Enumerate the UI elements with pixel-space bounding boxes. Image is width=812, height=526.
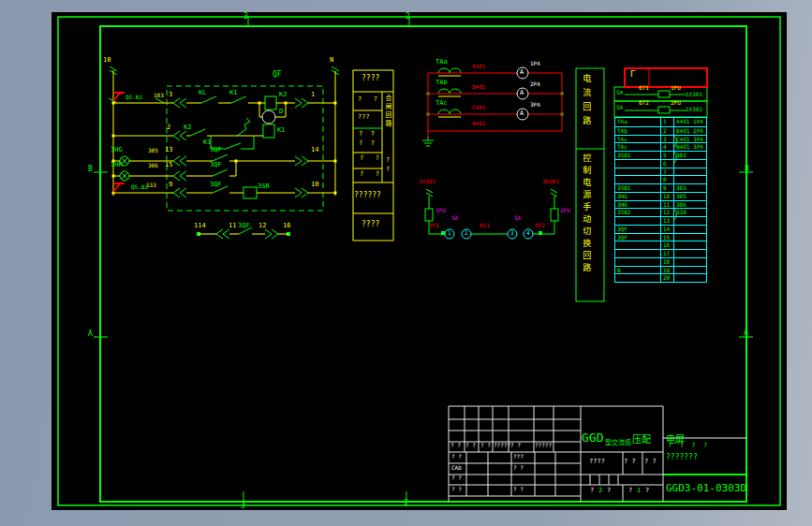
sa-name: SA xyxy=(616,90,623,96)
terminal-row: 3QF14 xyxy=(615,225,706,233)
terminal-cell: 303 xyxy=(674,184,706,192)
wire-label: 133 xyxy=(146,183,156,189)
terminal-row: TAb2B401 2PA xyxy=(615,126,706,135)
wire-label: A401 xyxy=(472,64,485,70)
contact-label: 3QF xyxy=(210,146,222,153)
coil-label: K1 xyxy=(277,126,285,134)
drawing-number: GGD3-01-0303D xyxy=(666,483,746,495)
terminal-ref-label: 1D301 xyxy=(542,179,559,185)
contact-label: K1 xyxy=(229,89,237,96)
terminal-table: TAa1A401 1PATAb2B401 2PATAc3C401 3PATAc4… xyxy=(614,117,707,283)
mid-table-cell: ? ? xyxy=(360,154,379,162)
wire-label: 011 xyxy=(480,223,490,229)
breaker-box-label: QF xyxy=(273,70,282,79)
wire-label: C401 xyxy=(472,105,485,111)
coil-label: K2 xyxy=(279,91,287,98)
zone-label: 3 xyxy=(244,12,248,21)
terminal-cell: 20 xyxy=(661,274,674,282)
terminal-cell: 13 xyxy=(661,217,674,225)
terminal-cell xyxy=(615,217,661,225)
terminal-label: 16 xyxy=(283,222,290,229)
product-title: 型交流低 xyxy=(605,439,631,446)
terminal-cell: 18 xyxy=(661,258,674,266)
titleblock-cell: ????? xyxy=(535,443,552,449)
indicator-label: D xyxy=(279,108,283,115)
rtable-header-char: Γ xyxy=(630,69,635,79)
terminal-cell: 3HR xyxy=(615,201,661,209)
terminal-ref-label: 1X301 xyxy=(419,179,436,185)
mid-table-cell: ? ? xyxy=(359,130,375,138)
pin-number: 4 xyxy=(526,230,530,237)
product-title: 压配 xyxy=(632,434,651,446)
mid-table-side-label: ?? xyxy=(384,156,391,181)
terminal-cell: 3SB2 xyxy=(615,209,661,216)
contact-label: 3QF xyxy=(210,181,222,188)
terminal-cell: TAb xyxy=(615,127,661,135)
relay-label: 3SR xyxy=(258,183,270,190)
terminal-row: 16 xyxy=(615,241,706,249)
titleblock-cell: ? ? xyxy=(451,487,462,493)
terminal-row: 3HR11306 xyxy=(615,200,706,209)
titleblock-cell: ??? xyxy=(513,454,524,460)
chevron-connectors xyxy=(173,98,308,239)
device-label: QS.B1 xyxy=(125,95,142,101)
bus-label: 10 xyxy=(103,56,111,64)
sa-fuse1-symbol xyxy=(658,91,670,97)
rtable-header-box xyxy=(625,68,707,87)
sa-wire: 072 xyxy=(639,100,649,107)
terminal-cell: 2 xyxy=(661,127,674,135)
terminal-cell: N401 3PA xyxy=(674,143,706,151)
sheet-count: ? xyxy=(607,487,611,494)
row-label: A xyxy=(88,329,93,338)
fuse-1fu xyxy=(425,209,433,221)
terminal-cell xyxy=(674,258,706,266)
titleblock-cell: ? ? xyxy=(480,443,491,449)
terminal-label: 11 xyxy=(229,222,236,229)
terminal-row: 3SB15301 xyxy=(615,151,706,159)
3sr-relay xyxy=(244,187,257,198)
titleblock-cell: ? ? xyxy=(510,443,521,449)
drawing-canvas[interactable]: 3 2 3 2 B A B A 10 N QF QS.B1 103 3 KL K… xyxy=(52,12,787,510)
yellow-junction-dots xyxy=(112,102,337,195)
ct-label: TAc xyxy=(436,99,448,107)
contact-label: 3QF xyxy=(238,222,250,229)
titleblock-cell: ????? xyxy=(494,443,510,449)
fuse-2fu xyxy=(551,209,558,221)
terminal-cell: 12 xyxy=(661,209,674,216)
terminal-cell xyxy=(615,160,661,168)
sa-dest: 1X301 xyxy=(686,92,702,98)
d-indicator-circle xyxy=(262,110,275,124)
titleblock-cell: ? ? ? ? xyxy=(668,442,707,449)
ammeter-symbol: A xyxy=(520,89,524,96)
terminal-cell xyxy=(615,250,661,257)
ct-coils xyxy=(438,68,461,114)
terminal-cell: 6 xyxy=(661,160,674,168)
mid-table-cell: ? ? xyxy=(360,170,379,178)
terminal-cell: 10 xyxy=(661,193,674,200)
zone-label: 2 xyxy=(404,499,408,507)
lamp-label: 3HR xyxy=(111,161,123,168)
titleblock-cell: ??????? xyxy=(666,453,698,461)
cad-viewport: 3 2 3 2 B A B A 10 N QF QS.B1 103 3 KL K… xyxy=(0,0,812,526)
terminal-cell xyxy=(615,274,661,282)
terminal-cell: 3QF xyxy=(615,226,661,233)
circuit-name-panel: 控制电源手动切换回路 xyxy=(582,153,591,301)
fuse-marks xyxy=(113,92,125,192)
terminal-row: 6 xyxy=(615,159,706,168)
terminal-label: 114 xyxy=(194,222,206,229)
terminal-cell: B401 2PA xyxy=(674,127,706,135)
terminal-cell: 7 xyxy=(661,168,674,176)
terminal-row: 8 xyxy=(615,175,706,183)
sheet-number: ? xyxy=(628,487,632,494)
contact-label: K2 xyxy=(184,124,191,131)
terminal-cell: 301 xyxy=(674,152,706,159)
sheet-count: ? xyxy=(590,487,594,494)
terminal-cell xyxy=(674,226,706,233)
bus-label: N xyxy=(330,56,333,64)
sheet-number: 1 xyxy=(637,487,641,494)
terminal-row: 3SB19303 xyxy=(615,183,706,192)
terminal-label: 3 xyxy=(169,91,172,98)
terminal-cell: N xyxy=(615,267,661,274)
sa-fuse: 2FU xyxy=(671,100,681,107)
mid-table-cell: ???? xyxy=(362,220,379,228)
